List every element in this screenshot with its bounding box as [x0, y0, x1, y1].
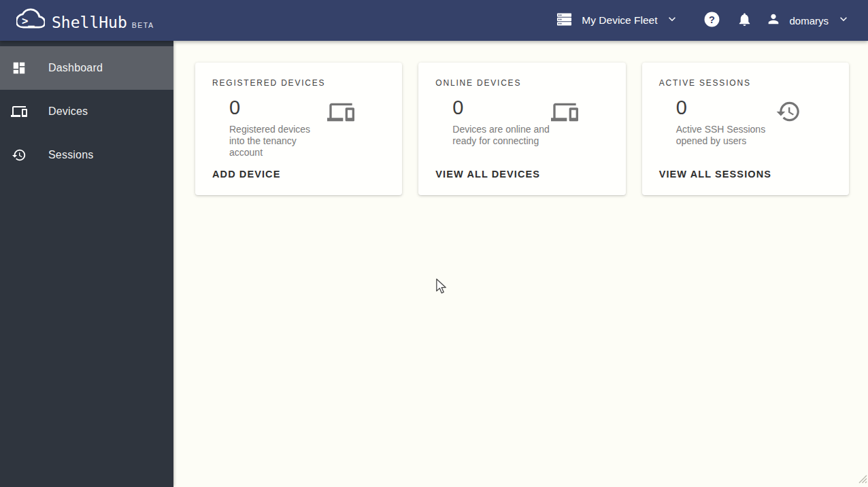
stat-cards-row: REGISTERED DEVICES 0 Registered devices …	[173, 41, 868, 195]
chevron-down-icon	[837, 12, 850, 29]
add-device-button[interactable]: ADD DEVICE	[212, 169, 280, 180]
view-all-devices-button[interactable]: VIEW ALL DEVICES	[435, 169, 540, 180]
fleet-selector[interactable]: My Device Fleet	[550, 0, 695, 41]
help-button[interactable]: ?	[695, 0, 728, 41]
svg-text:?: ?	[709, 14, 715, 24]
view-all-sessions-button[interactable]: VIEW ALL SESSIONS	[659, 169, 771, 180]
chevron-down-icon	[665, 12, 688, 29]
dashboard-content: REGISTERED DEVICES 0 Registered devices …	[173, 41, 868, 487]
sidebar: Dashboard Devices Sessions	[0, 41, 173, 487]
user-menu[interactable]: domarys	[761, 0, 856, 41]
username-label: domarys	[789, 15, 829, 27]
dashboard-icon	[11, 60, 27, 76]
help-icon: ?	[703, 11, 720, 31]
app-title: ShellHub	[52, 15, 127, 33]
app-logo[interactable]: >_ ShellHub BETA	[16, 8, 154, 33]
sidebar-item-label: Sessions	[48, 149, 94, 161]
card-description: Registered devices into the tenancy acco…	[229, 124, 327, 158]
bell-icon	[737, 12, 752, 30]
card-value: 0	[676, 97, 775, 119]
card-title: REGISTERED DEVICES	[212, 78, 385, 88]
sidebar-item-devices[interactable]: Devices	[0, 90, 173, 133]
sidebar-item-sessions[interactable]: Sessions	[0, 133, 173, 177]
history-icon	[775, 99, 801, 127]
registered-devices-card: REGISTERED DEVICES 0 Registered devices …	[195, 63, 402, 195]
notifications-button[interactable]	[728, 0, 761, 41]
sidebar-item-dashboard[interactable]: Dashboard	[0, 46, 173, 90]
card-description: Devices are online and ready for connect…	[452, 124, 550, 147]
card-title: ACTIVE SESSIONS	[659, 78, 832, 88]
resize-grip-icon[interactable]	[858, 474, 867, 486]
devices-icon	[551, 99, 578, 129]
server-rack-icon	[556, 12, 582, 30]
online-devices-card: ONLINE DEVICES 0 Devices are online and …	[418, 63, 625, 195]
devices-icon	[327, 99, 354, 129]
active-sessions-card: ACTIVE SESSIONS 0 Active SSH Sessions op…	[642, 63, 849, 195]
card-value: 0	[229, 97, 327, 119]
sidebar-item-label: Devices	[48, 105, 88, 118]
sidebar-item-label: Dashboard	[48, 62, 103, 74]
top-navbar: >_ ShellHub BETA My Device Fleet	[0, 0, 868, 41]
person-icon	[766, 12, 781, 29]
history-icon	[11, 147, 27, 163]
fleet-name-label: My Device Fleet	[582, 14, 657, 27]
svg-text:>_: >_	[22, 14, 35, 27]
card-value: 0	[452, 97, 550, 119]
card-description: Active SSH Sessions opened by users	[676, 124, 775, 147]
cloud-shell-logo-icon: >_	[16, 8, 45, 31]
devices-icon	[11, 103, 27, 120]
beta-badge: BETA	[132, 21, 154, 33]
card-title: ONLINE DEVICES	[435, 78, 608, 88]
